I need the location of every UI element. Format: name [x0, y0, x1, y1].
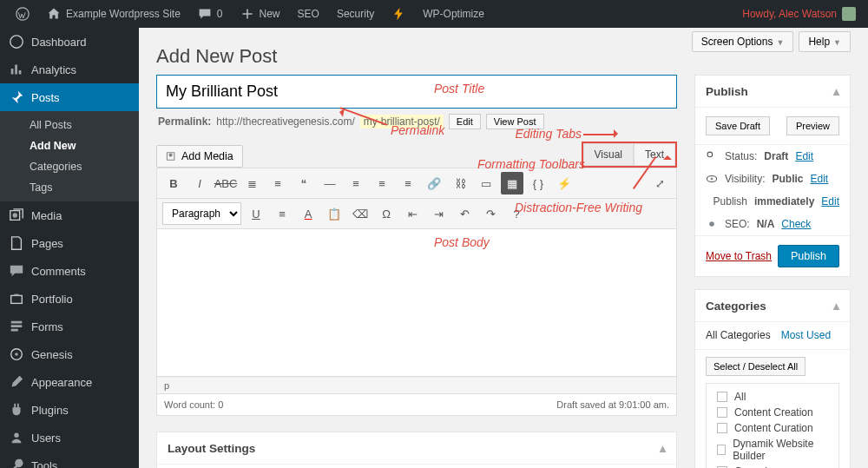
outdent-button[interactable]: ⇤	[401, 202, 424, 225]
svg-point-13	[709, 221, 714, 227]
sidebar-item-media[interactable]: Media	[0, 201, 139, 229]
textcolor-button[interactable]: A	[297, 202, 319, 225]
chevron-up-icon[interactable]: ▴	[660, 441, 666, 455]
save-draft-button[interactable]: Save Draft	[706, 116, 770, 135]
content-area: Screen Options▼ Help▼ Add New Post Perma…	[139, 28, 868, 468]
howdy-user[interactable]: Howdy, Alec Watson	[733, 0, 861, 28]
svg-point-9	[707, 152, 713, 157]
calendar-icon	[706, 195, 707, 208]
indent-button[interactable]: ⇥	[427, 202, 450, 225]
sidebar-item-forms[interactable]: Forms	[0, 313, 139, 340]
sidebar-item-comments[interactable]: Comments	[0, 257, 139, 285]
permalink-edit-button[interactable]: Edit	[449, 114, 481, 129]
edit-visibility-link[interactable]: Edit	[810, 173, 828, 185]
editor-body[interactable]	[156, 229, 677, 377]
preview-button[interactable]: Preview	[786, 116, 839, 135]
new-content[interactable]: New	[232, 0, 289, 28]
screen-options-button[interactable]: Screen Options▼	[692, 31, 794, 52]
sidebar-item-tools[interactable]: Tools	[0, 452, 139, 468]
tab-text[interactable]: Text	[634, 143, 675, 166]
checkbox[interactable]	[717, 407, 727, 418]
code-button[interactable]: { }	[527, 172, 549, 194]
categories-box: Categories▴ All Categories Most Used Sel…	[694, 289, 851, 468]
security-item[interactable]: Security	[328, 0, 383, 28]
clear-format-button[interactable]: ⌫	[349, 202, 372, 225]
chevron-down-icon: ▼	[833, 38, 841, 47]
sidebar-item-plugins[interactable]: Plugins	[0, 396, 139, 424]
tab-most-used[interactable]: Most Used	[781, 322, 831, 349]
chevron-up-icon[interactable]: ▴	[833, 84, 839, 98]
plus-icon	[240, 7, 254, 21]
key-icon	[706, 150, 718, 162]
submenu-all-posts[interactable]: All Posts	[0, 115, 139, 135]
edit-status-link[interactable]: Edit	[795, 150, 813, 162]
seo-item[interactable]: SEO	[289, 0, 328, 28]
format-select[interactable]: Paragraph	[162, 202, 241, 225]
tab-visual[interactable]: Visual	[583, 143, 634, 166]
shortcode-button[interactable]: ⚡	[553, 172, 575, 194]
admin-toolbar: Example Wordpress Site 0 New SEO Securit…	[0, 0, 868, 28]
sidebar-item-pages[interactable]: Pages	[0, 229, 139, 257]
sidebar-item-genesis[interactable]: Genesis	[0, 340, 139, 368]
link-button[interactable]: 🔗	[423, 172, 445, 194]
quote-button[interactable]: “	[293, 172, 315, 194]
bold-button[interactable]: B	[162, 172, 185, 194]
move-to-trash-link[interactable]: Move to Trash	[706, 250, 772, 262]
checkbox[interactable]	[717, 392, 727, 402]
align-left-button[interactable]: ≡	[345, 172, 367, 194]
checkbox[interactable]	[717, 445, 726, 455]
help-button[interactable]: ?	[505, 202, 528, 225]
align-right-button[interactable]: ≡	[397, 172, 419, 194]
svg-point-8	[169, 154, 173, 157]
edit-schedule-link[interactable]: Edit	[821, 195, 839, 208]
add-media-button[interactable]: Add Media	[156, 145, 243, 168]
submenu-tags[interactable]: Tags	[0, 177, 139, 198]
dashboard-icon	[9, 34, 24, 49]
chevron-up-icon[interactable]: ▴	[833, 299, 839, 313]
redo-button[interactable]: ↷	[479, 202, 502, 225]
wp-logo[interactable]	[7, 0, 38, 28]
tab-all-categories[interactable]: All Categories	[706, 322, 771, 349]
bullet-list-button[interactable]: ≣	[240, 172, 263, 194]
select-deselect-button[interactable]: Select / Deselect All	[706, 357, 806, 376]
post-title-input[interactable]	[156, 75, 677, 109]
hr-button[interactable]: ―	[319, 172, 341, 194]
submenu-categories[interactable]: Categories	[0, 156, 139, 177]
view-post-button[interactable]: View Post	[486, 114, 544, 129]
sidebar-item-portfolio[interactable]: Portfolio	[0, 285, 139, 313]
sidebar-item-analytics[interactable]: Analytics	[0, 56, 139, 83]
submenu-add-new[interactable]: Add New	[0, 135, 139, 156]
underline-button[interactable]: U	[245, 202, 267, 225]
sidebar-item-appearance[interactable]: Appearance	[0, 368, 139, 396]
brush-icon	[9, 374, 24, 390]
align-center-button[interactable]: ≡	[371, 172, 393, 194]
unlink-button[interactable]: ⛓	[449, 172, 471, 194]
permalink-slug[interactable]: my-brilliant-post/	[360, 115, 444, 129]
site-name[interactable]: Example Wordpress Site	[38, 0, 189, 28]
toolbar-toggle-button[interactable]: ▦	[501, 172, 523, 194]
sidebar-item-dashboard[interactable]: Dashboard	[0, 28, 139, 56]
wpo-item[interactable]: WP-Optimize	[414, 0, 493, 28]
toolbar-row-2: Paragraph U ≡ A 📋 ⌫ Ω ⇤ ⇥ ↶ ↷ ?	[156, 199, 677, 229]
editor-path: p	[156, 377, 677, 394]
seo-check-link[interactable]: Check	[781, 218, 811, 230]
comments-count[interactable]: 0	[189, 0, 232, 28]
help-button[interactable]: Help▼	[799, 31, 851, 52]
sidebar-item-users[interactable]: Users	[0, 424, 139, 452]
cache-item[interactable]	[383, 0, 414, 28]
justify-button[interactable]: ≡	[271, 202, 293, 225]
svg-rect-3	[11, 295, 23, 303]
genesis-icon	[9, 346, 24, 362]
svg-point-2	[13, 213, 17, 217]
italic-button[interactable]: I	[188, 172, 211, 194]
readmore-button[interactable]: ▭	[475, 172, 497, 194]
number-list-button[interactable]: ≡	[266, 172, 289, 194]
strike-button[interactable]: ABC	[214, 172, 237, 194]
checkbox[interactable]	[717, 423, 727, 433]
special-char-button[interactable]: Ω	[375, 202, 398, 225]
sidebar-item-posts[interactable]: Posts	[0, 83, 139, 111]
paste-text-button[interactable]: 📋	[323, 202, 345, 225]
fullscreen-button[interactable]: ⤢	[648, 172, 671, 194]
undo-button[interactable]: ↶	[453, 202, 476, 225]
publish-button[interactable]: Publish	[778, 245, 839, 267]
